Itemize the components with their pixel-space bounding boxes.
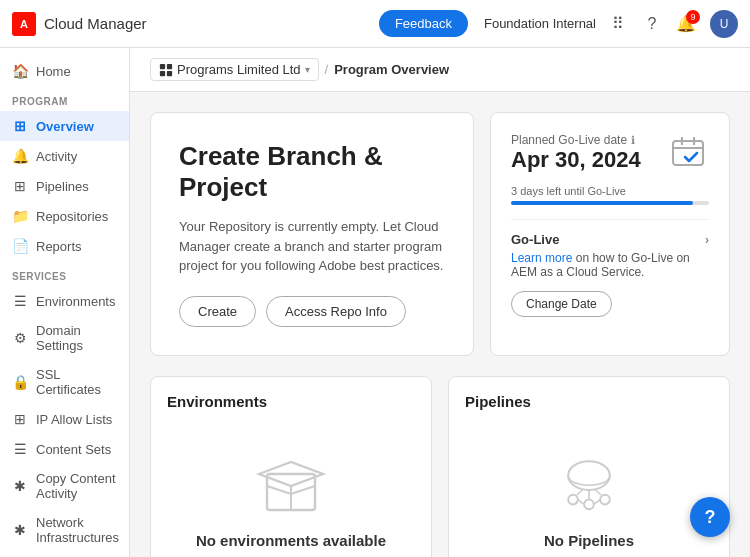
svg-rect-1 <box>167 63 172 68</box>
progress-bar-bg <box>511 201 709 205</box>
ssl-icon: 🔒 <box>12 374 28 390</box>
copy-content-icon: ✱ <box>12 478 28 494</box>
svg-rect-2 <box>160 70 165 75</box>
repositories-icon: 📁 <box>12 208 28 224</box>
sidebar-item-repositories[interactable]: 📁 Repositories <box>0 201 129 231</box>
logo[interactable]: A Cloud Manager <box>12 12 147 36</box>
sidebar-item-environments[interactable]: ☰ Environments <box>0 286 129 316</box>
sidebar: 🏠 Home PROGRAM ⊞ Overview 🔔 Activity ⊞ P… <box>0 48 130 557</box>
info-icon: ℹ <box>631 134 635 147</box>
sidebar-ip-label: IP Allow Lists <box>36 412 112 427</box>
sidebar-home-label: Home <box>36 64 71 79</box>
sidebar-repositories-label: Repositories <box>36 209 108 224</box>
help-button[interactable]: ? <box>690 497 730 537</box>
create-card-title: Create Branch & Project <box>179 141 445 203</box>
home-icon: 🏠 <box>12 63 28 79</box>
learn-more-link[interactable]: Learn more <box>511 251 572 265</box>
svg-point-11 <box>568 495 578 505</box>
breadcrumb-org-name: Programs Limited Ltd <box>177 62 301 77</box>
pipelines-empty-state: No Pipelines Select Add to create a new … <box>465 422 713 557</box>
sidebar-reports-label: Reports <box>36 239 82 254</box>
sidebar-item-domain-settings[interactable]: ⚙ Domain Settings <box>0 316 129 360</box>
golive-date: Apr 30, 2024 <box>511 147 641 173</box>
environments-card: Environments No environments available S… <box>150 376 432 557</box>
sidebar-item-home[interactable]: 🏠 Home <box>0 56 129 86</box>
sidebar-copy-content-label: Copy Content Activity <box>36 471 117 501</box>
svg-point-13 <box>600 495 610 505</box>
golive-card: Planned Go-Live date ℹ Apr 30, 2024 <box>490 112 730 356</box>
pipelines-icon: ⊞ <box>12 178 28 194</box>
main-content: Programs Limited Ltd ▾ / Program Overvie… <box>130 48 750 557</box>
sidebar-item-network-infrastructures[interactable]: ✱ Network Infrastructures <box>0 508 129 552</box>
sidebar-item-pipelines[interactable]: ⊞ Pipelines <box>0 171 129 201</box>
sidebar-item-overview[interactable]: ⊞ Overview <box>0 111 129 141</box>
pipelines-empty-title: No Pipelines <box>544 532 634 549</box>
activity-icon: 🔔 <box>12 148 28 164</box>
sidebar-item-ssl-certificates[interactable]: 🔒 SSL Certificates <box>0 360 129 404</box>
progress-label: 3 days left until Go-Live <box>511 185 709 197</box>
sidebar-item-content-sets[interactable]: ☰ Content Sets <box>0 434 129 464</box>
sidebar-section-resources: RESOURCES <box>0 552 129 557</box>
app-title: Cloud Manager <box>44 15 147 32</box>
golive-label-wrap: Planned Go-Live date ℹ Apr 30, 2024 <box>511 133 641 181</box>
reports-icon: 📄 <box>12 238 28 254</box>
sidebar-network-label: Network Infrastructures <box>36 515 119 545</box>
sidebar-content-sets-label: Content Sets <box>36 442 111 457</box>
golive-progress-wrap: 3 days left until Go-Live <box>511 185 709 205</box>
sidebar-domain-label: Domain Settings <box>36 323 117 353</box>
layout: 🏠 Home PROGRAM ⊞ Overview 🔔 Activity ⊞ P… <box>0 48 750 557</box>
breadcrumb-chevron-down-icon: ▾ <box>305 64 310 75</box>
bottom-row: Environments No environments available S… <box>150 376 730 557</box>
sidebar-item-reports[interactable]: 📄 Reports <box>0 231 129 261</box>
environments-empty-title: No environments available <box>196 532 386 549</box>
breadcrumb-separator: / <box>325 62 329 77</box>
svg-line-15 <box>594 499 600 504</box>
golive-chevron-right-icon[interactable]: › <box>705 233 709 247</box>
progress-bar-fill <box>511 201 693 205</box>
create-branch-card: Create Branch & Project Your Repository … <box>150 112 474 356</box>
content-sets-icon: ☰ <box>12 441 28 457</box>
org-icon <box>159 63 173 77</box>
sidebar-ssl-label: SSL Certificates <box>36 367 117 397</box>
help-icon[interactable]: ? <box>642 14 662 34</box>
golive-section-title: Go-Live › <box>511 232 709 247</box>
access-repo-button[interactable]: Access Repo Info <box>266 296 406 327</box>
sidebar-overview-label: Overview <box>36 119 94 134</box>
calendar-icon <box>669 133 709 173</box>
pipelines-title: Pipelines <box>465 393 713 410</box>
topnav-icons: ⠿ ? 🔔 9 U <box>608 10 738 38</box>
ip-icon: ⊞ <box>12 411 28 427</box>
sidebar-activity-label: Activity <box>36 149 77 164</box>
avatar[interactable]: U <box>710 10 738 38</box>
sidebar-environments-label: Environments <box>36 294 115 309</box>
sidebar-item-copy-content-activity[interactable]: ✱ Copy Content Activity <box>0 464 129 508</box>
change-date-button[interactable]: Change Date <box>511 291 612 317</box>
domain-settings-icon: ⚙ <box>12 330 28 346</box>
create-button[interactable]: Create <box>179 296 256 327</box>
overview-icon: ⊞ <box>12 118 28 134</box>
environments-icon: ☰ <box>12 293 28 309</box>
sidebar-item-activity[interactable]: 🔔 Activity <box>0 141 129 171</box>
svg-line-17 <box>595 490 601 495</box>
breadcrumb-current: Program Overview <box>334 62 449 77</box>
svg-line-14 <box>578 499 584 504</box>
pipelines-card: Pipelines <box>448 376 730 557</box>
empty-box-icon <box>251 442 331 522</box>
sidebar-pipelines-label: Pipelines <box>36 179 89 194</box>
grid-icon[interactable]: ⠿ <box>608 14 628 34</box>
feedback-button[interactable]: Feedback <box>379 10 468 37</box>
create-card-description: Your Repository is currently empty. Let … <box>179 217 445 276</box>
org-name: Foundation Internal <box>484 16 596 31</box>
svg-rect-0 <box>160 63 165 68</box>
golive-section: Go-Live › Learn more on how to Go-Live o… <box>511 219 709 317</box>
golive-planned-label: Planned Go-Live date ℹ <box>511 133 641 147</box>
environments-empty-state: No environments available Select Add Env… <box>167 422 415 557</box>
breadcrumb-bar: Programs Limited Ltd ▾ / Program Overvie… <box>130 48 750 92</box>
notification-icon[interactable]: 🔔 9 <box>676 14 696 34</box>
notification-badge: 9 <box>686 10 700 24</box>
sidebar-item-ip-allow-lists[interactable]: ⊞ IP Allow Lists <box>0 404 129 434</box>
breadcrumb-org[interactable]: Programs Limited Ltd ▾ <box>150 58 319 81</box>
adobe-icon: A <box>12 12 36 36</box>
svg-point-12 <box>584 499 594 509</box>
svg-rect-3 <box>167 70 172 75</box>
